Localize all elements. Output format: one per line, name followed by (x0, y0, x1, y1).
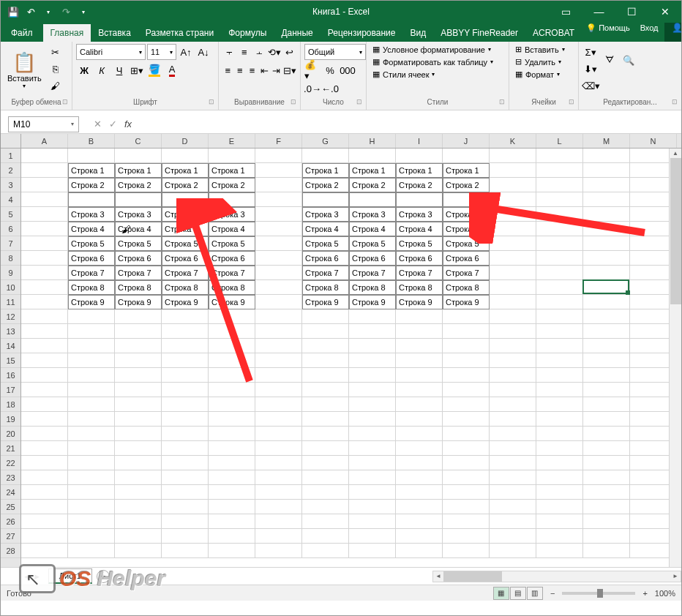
cell[interactable] (536, 163, 583, 178)
cell[interactable] (396, 353, 443, 368)
cell[interactable] (443, 339, 490, 353)
cell[interactable] (443, 441, 490, 456)
cell[interactable] (255, 236, 302, 251)
bold-button[interactable]: Ж (76, 62, 92, 78)
cell[interactable] (536, 514, 583, 529)
cell[interactable] (536, 295, 583, 309)
cell[interactable]: Строка 4 (349, 222, 396, 236)
cell[interactable] (536, 397, 583, 412)
cell[interactable] (21, 383, 68, 397)
cell[interactable] (302, 485, 349, 500)
cell[interactable]: Строка 4 (396, 222, 443, 236)
cell[interactable] (490, 383, 536, 397)
cell[interactable] (115, 192, 162, 207)
row-header[interactable]: 11 (1, 295, 20, 309)
cell[interactable] (302, 192, 349, 207)
cell[interactable]: Строка 3 (302, 207, 349, 222)
cell[interactable] (21, 500, 68, 514)
cell[interactable]: Строка 9 (349, 295, 396, 309)
cell[interactable] (68, 397, 115, 412)
close-button[interactable]: ✕ (648, 1, 681, 23)
cell[interactable] (21, 266, 68, 280)
cell[interactable] (396, 485, 443, 500)
column-header[interactable]: J (443, 134, 490, 148)
minimize-button[interactable]: — (582, 1, 615, 23)
cell[interactable] (302, 544, 349, 558)
cell[interactable]: Строка 9 (68, 295, 115, 309)
cell[interactable] (536, 353, 583, 368)
cell[interactable] (21, 544, 68, 558)
cell[interactable] (255, 368, 302, 383)
cell[interactable] (255, 280, 302, 295)
cell[interactable] (115, 544, 162, 558)
borders-button[interactable]: ⊞▾ (129, 62, 145, 78)
cell[interactable] (255, 266, 302, 280)
cell[interactable] (536, 441, 583, 456)
cell[interactable]: Строка 8 (162, 280, 209, 295)
row-header[interactable]: 15 (1, 353, 20, 368)
cell[interactable] (396, 324, 443, 339)
cell[interactable] (21, 514, 68, 529)
cell[interactable]: Строка 5 (115, 236, 162, 251)
cell[interactable] (302, 149, 349, 163)
cell[interactable] (162, 529, 209, 544)
save-icon[interactable]: 💾 (7, 5, 20, 18)
cell[interactable] (255, 383, 302, 397)
cell[interactable] (490, 368, 536, 383)
cell[interactable] (209, 412, 255, 427)
row-header[interactable]: 13 (1, 324, 20, 339)
cell[interactable] (583, 412, 630, 427)
cell[interactable] (115, 441, 162, 456)
cell[interactable] (396, 456, 443, 470)
cell[interactable] (255, 441, 302, 456)
cell[interactable]: Строка 6 (68, 251, 115, 266)
delete-cells-button[interactable]: ⊟Удалить▾ (513, 56, 574, 67)
cell[interactable] (209, 427, 255, 441)
row-header[interactable]: 2 (1, 163, 20, 178)
cell[interactable] (115, 456, 162, 470)
cell[interactable] (115, 397, 162, 412)
cell[interactable] (162, 149, 209, 163)
cell[interactable] (255, 485, 302, 500)
increase-decimal-button[interactable]: .0→ (304, 80, 321, 97)
cell[interactable] (255, 412, 302, 427)
row-header[interactable]: 5 (1, 207, 20, 222)
row-header[interactable]: 4 (1, 192, 20, 207)
cell[interactable] (255, 470, 302, 485)
cell[interactable] (115, 149, 162, 163)
align-center-button[interactable]: ≡ (235, 62, 246, 78)
cell[interactable] (349, 514, 396, 529)
increase-indent-button[interactable]: ⇥ (271, 62, 282, 78)
cell[interactable]: Строка 2 (349, 178, 396, 192)
row-header[interactable]: 7 (1, 236, 20, 251)
cell[interactable] (302, 412, 349, 427)
cell[interactable] (583, 383, 630, 397)
cell[interactable] (209, 441, 255, 456)
cell[interactable] (490, 309, 536, 324)
zoom-level[interactable]: 100% (655, 589, 675, 598)
cell[interactable]: Строка 8 (443, 280, 490, 295)
cell[interactable] (349, 456, 396, 470)
cell[interactable] (209, 544, 255, 558)
cell[interactable] (583, 529, 630, 544)
cell[interactable] (255, 207, 302, 222)
cell-styles-button[interactable]: ▦Стили ячеек▾ (370, 69, 505, 80)
cell[interactable] (583, 485, 630, 500)
cell[interactable]: Строка 9 (302, 295, 349, 309)
font-name-select[interactable]: Calibri▾ (76, 44, 146, 60)
cell[interactable] (209, 485, 255, 500)
cell[interactable] (396, 339, 443, 353)
cell[interactable] (536, 368, 583, 383)
cell[interactable] (490, 500, 536, 514)
cell[interactable] (490, 266, 536, 280)
cell[interactable] (209, 324, 255, 339)
cell[interactable] (209, 353, 255, 368)
cell[interactable] (349, 368, 396, 383)
row-header[interactable]: 20 (1, 427, 20, 441)
cell[interactable] (68, 529, 115, 544)
ribbon-options-button[interactable]: ▭ (550, 1, 582, 23)
cell[interactable] (349, 500, 396, 514)
cell[interactable] (302, 456, 349, 470)
cell[interactable] (255, 529, 302, 544)
cell[interactable] (21, 397, 68, 412)
